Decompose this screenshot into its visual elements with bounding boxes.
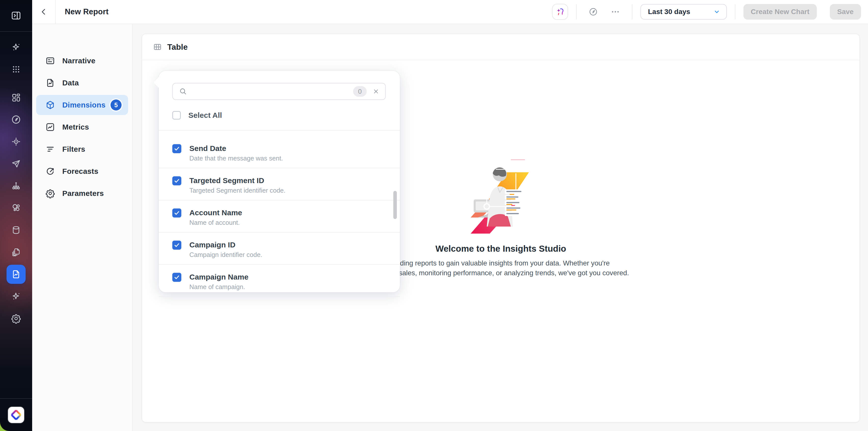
list-item-targeted-segment-id[interactable]: Targeted Segment IDTargeted Segment iden…: [159, 168, 400, 201]
dimension-name: Campaign ID: [189, 241, 262, 249]
brand-logo[interactable]: [8, 407, 24, 423]
dimension-name: Targeted Segment ID: [189, 176, 285, 185]
list-item-account-name[interactable]: Account NameName of account.: [159, 201, 400, 233]
sidebar-item-label: Narrative: [62, 57, 95, 65]
bubbles-icon[interactable]: [5, 197, 27, 219]
welcome-body-line2: tracking sales, monitoring performance, …: [373, 268, 629, 278]
dimensions-count-badge: 5: [111, 99, 122, 111]
dimension-search-box: 0: [172, 83, 386, 100]
search-count-badge: 0: [353, 86, 367, 97]
grid-dots-icon[interactable]: [5, 58, 27, 81]
welcome-body: Start building reports to gain valuable …: [373, 258, 629, 278]
welcome-title: Welcome to the Insights Studio: [435, 244, 566, 254]
panel-expand-icon[interactable]: [6, 5, 26, 26]
checkbox-checked[interactable]: [172, 241, 181, 250]
sidebar-item-narrative[interactable]: Narrative: [36, 51, 128, 71]
close-icon[interactable]: [373, 88, 379, 95]
chevron-down-icon: [713, 8, 720, 15]
report-sidebar: Narrative Data Dimensions 5 Metrics: [32, 24, 133, 431]
sidebar-item-label: Forecasts: [62, 167, 98, 176]
compass-icon[interactable]: [5, 109, 27, 131]
sidebar-item-parameters[interactable]: Parameters: [36, 183, 128, 204]
database-icon[interactable]: [5, 219, 27, 241]
page-title: New Report: [65, 7, 108, 16]
gear-icon[interactable]: [5, 307, 27, 330]
topbar: New Report: [32, 0, 868, 24]
topbar-divider: [55, 0, 56, 24]
table-icon: [153, 42, 162, 52]
select-all-row[interactable]: Select All: [172, 111, 400, 120]
topbar-divider: [632, 4, 632, 19]
sidebar-item-label: Dimensions: [62, 101, 105, 109]
locate-icon[interactable]: [5, 131, 27, 153]
save-button[interactable]: Save: [830, 4, 861, 20]
sidebar-item-label: Metrics: [62, 123, 89, 131]
checkbox-checked[interactable]: [172, 176, 181, 185]
dimension-list: Send DateDate that the message was sent.…: [159, 131, 400, 297]
scrollbar-thumb[interactable]: [393, 191, 397, 219]
topbar-divider: [576, 4, 577, 19]
compass-icon[interactable]: [585, 3, 602, 20]
rail-divider: [0, 398, 32, 399]
forecast-icon: [45, 166, 55, 176]
sidebar-item-dimensions[interactable]: Dimensions 5: [36, 95, 128, 115]
sidebar-item-filters[interactable]: Filters: [36, 139, 128, 159]
ellipsis-icon[interactable]: [607, 3, 624, 20]
gear-icon: [45, 188, 55, 198]
topbar-divider: [735, 4, 735, 19]
rail-item-insights-reports[interactable]: [6, 265, 26, 284]
dimension-description: Date that the message was sent.: [189, 155, 283, 162]
welcome-illustration: [470, 158, 532, 237]
time-range-value: Last 30 days: [648, 8, 713, 16]
checkbox-checked[interactable]: [172, 209, 181, 217]
app-rail: [0, 0, 32, 431]
list-item-campaign-id[interactable]: Campaign IDCampaign identifier code.: [159, 233, 400, 265]
dimension-name: Account Name: [189, 209, 242, 217]
dimension-name: Send Date: [189, 144, 283, 153]
dimension-description: Targeted Segment identifier code.: [189, 187, 285, 194]
sparkle-icon[interactable]: [5, 285, 27, 307]
search-icon: [179, 87, 187, 96]
dimension-description: Name of account.: [189, 219, 242, 226]
sidebar-item-metrics[interactable]: Metrics: [36, 117, 128, 137]
data-file-icon: [45, 78, 55, 88]
sitemap-icon[interactable]: [5, 175, 27, 197]
search-input[interactable]: [192, 87, 353, 95]
checkbox-checked[interactable]: [172, 144, 181, 153]
cube-icon: [45, 100, 55, 110]
sidebar-item-data[interactable]: Data: [36, 73, 128, 93]
sidebar-item-label: Filters: [62, 145, 85, 153]
card-title: Table: [167, 42, 188, 52]
filter-lines-icon: [45, 144, 55, 154]
card-header: Table: [142, 34, 860, 60]
welcome-body-line1: Start building reports to gain valuable …: [373, 258, 629, 268]
app-window: New Report: [0, 0, 868, 431]
dimension-description: Campaign identifier code.: [189, 251, 262, 258]
sparkle-icon[interactable]: [5, 36, 27, 58]
list-item-send-date[interactable]: Send DateDate that the message was sent.: [159, 136, 400, 168]
sidebar-item-label: Data: [62, 79, 79, 87]
select-all-label: Select All: [188, 111, 222, 120]
create-new-chart-button[interactable]: Create New Chart: [743, 4, 817, 20]
metrics-icon: [45, 122, 55, 132]
select-all-checkbox[interactable]: [172, 111, 181, 120]
sidebar-item-label: Parameters: [62, 189, 104, 198]
back-button[interactable]: [32, 0, 55, 24]
ai-assistant-button[interactable]: [552, 4, 568, 20]
dimension-name: Campaign Name: [189, 273, 248, 281]
dimension-description: Name of campaign.: [189, 283, 248, 290]
send-icon[interactable]: [5, 153, 27, 175]
copy-docs-icon[interactable]: [5, 241, 27, 263]
dashboard-icon[interactable]: [5, 86, 27, 109]
dimensions-popover: 0 Select All Send DateDate that the mess…: [159, 71, 400, 293]
sidebar-item-forecasts[interactable]: Forecasts: [36, 161, 128, 181]
narrative-icon: [45, 56, 55, 66]
checkbox-checked[interactable]: [172, 273, 181, 282]
time-range-dropdown[interactable]: Last 30 days: [641, 4, 727, 20]
list-item-campaign-name[interactable]: Campaign NameName of campaign.: [159, 265, 400, 297]
